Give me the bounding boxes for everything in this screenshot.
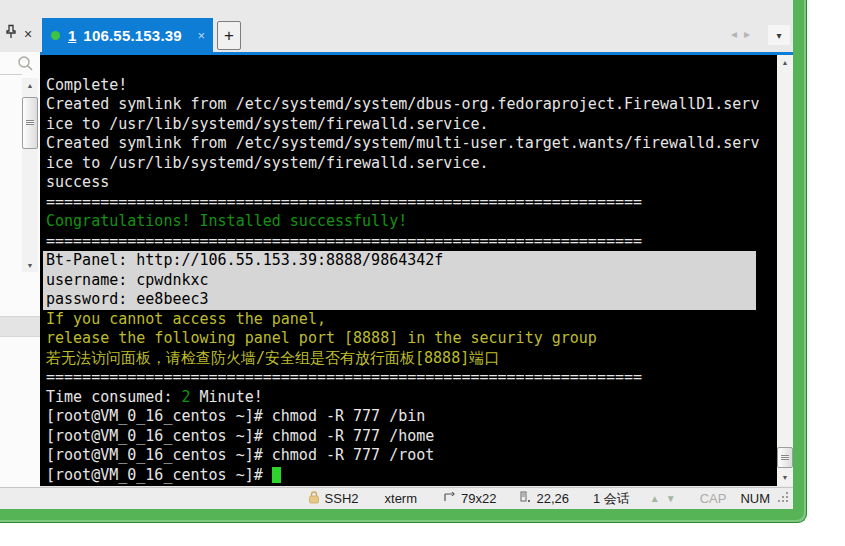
terminal-line: release the following panel port [8888] … [46,329,777,349]
tab-bar: × 1 106.55.153.39 × + ◂ ▸ ▾ [0,0,793,52]
terminal-line: [root@VM_0_16_centos ~]# chmod -R 777 /r… [46,446,777,466]
scroll-down-icon[interactable]: ▼ [22,258,38,272]
tab-title: 106.55.153.39 [83,27,182,44]
chevron-down-icon: ▾ [776,30,781,41]
panel-close-icon[interactable]: × [24,27,32,41]
terminal-line: ice to /usr/lib/systemd/system/firewalld… [46,115,777,135]
tab-close-icon[interactable]: × [197,28,205,43]
terminal-line [46,56,777,76]
terminal-line: ice to /usr/lib/systemd/system/firewalld… [46,154,777,174]
terminal-line: Created symlink from /etc/systemd/system… [46,134,777,154]
terminal-line: Created symlink from /etc/systemd/system… [46,95,777,115]
tab-scroll-left-icon[interactable]: ◂ [731,27,737,41]
resize-grip[interactable] [777,491,789,506]
scroll-up-icon[interactable]: ▲ [22,78,38,92]
terminal-size-label: 79x22 [461,491,496,506]
sidebar-panel: ▲ ▼ [0,52,40,487]
sidebar-collapsed-section [0,316,40,337]
status-bar: SSH2 xterm 79x22 22,26 [0,487,793,509]
tab-index: 1 [68,27,76,44]
pin-icon[interactable] [5,24,17,43]
terminal-line: ========================================… [46,368,777,388]
session-status-icon [51,31,60,40]
num-lock-indicator: NUM [740,491,770,506]
terminal-screen[interactable]: Complete!Created symlink from /etc/syste… [40,55,777,486]
cursor-position-label: 22,26 [536,491,569,506]
scroll-bottom-icon[interactable]: ▼ [666,493,676,504]
terminal-line: Time consumed: 2 Minute! [46,388,777,408]
resize-icon [443,491,456,506]
tab-scroll-right-icon[interactable]: ▸ [744,27,750,41]
terminal-cursor [272,467,281,483]
caps-lock-indicator: CAP [700,491,727,506]
search-icon[interactable] [17,55,34,76]
scroll-up-icon[interactable]: ▲ [777,55,793,69]
new-tab-button[interactable]: + [217,21,241,50]
terminal-lines: Complete!Created symlink from /etc/syste… [46,56,777,485]
session-tab[interactable]: 1 106.55.153.39 × [42,18,213,52]
terminal-line: Congratulations! Installed successfully! [46,212,777,232]
terminal-line: 若无法访问面板，请检查防火墙/安全组是否有放行面板[8888]端口 [46,349,777,369]
desktop: × 1 106.55.153.39 × + ◂ ▸ ▾ [0,0,845,546]
terminal-line: [root@VM_0_16_centos ~]# chmod -R 777 /h… [46,427,777,447]
session-count-label: 1 会话 [593,490,630,508]
terminal-line-selected: username: cpwdnkxc [43,271,756,291]
terminal-line: ========================================… [46,232,777,252]
sidebar-divider [0,74,22,75]
terminal-line: success [46,173,777,193]
terminal-line-selected: password: ee8beec3 [43,290,756,310]
terminal-line: If you cannot access the panel, [46,310,777,330]
sidebar-scrollbar[interactable]: ▲ ▼ [22,78,38,272]
lock-icon [308,491,320,507]
cursor-position-icon [520,491,531,506]
tab-list-dropdown-button[interactable]: ▾ [768,25,790,45]
terminal-scrollbar-thumb[interactable] [777,447,793,468]
terminal-line: [root@VM_0_16_centos ~]# [46,466,777,486]
sidebar-scrollbar-thumb[interactable] [22,97,38,149]
terminal-line: ========================================… [46,193,777,213]
scroll-down-icon[interactable]: ▼ [777,470,793,484]
terminal-type-label: xterm [385,491,418,506]
app-window: × 1 106.55.153.39 × + ◂ ▸ ▾ [0,0,807,523]
terminal-line: [root@VM_0_16_centos ~]# chmod -R 777 /b… [46,407,777,427]
app-content: × 1 106.55.153.39 × + ◂ ▸ ▾ [0,0,793,509]
terminal-scrollbar[interactable]: ▲ ▼ [777,55,793,486]
scroll-top-icon[interactable]: ▲ [650,493,660,504]
terminal-line: Complete! [46,76,777,96]
protocol-label: SSH2 [325,491,359,506]
terminal-line-selected: Bt-Panel: http://106.55.153.39:8888/9864… [43,251,756,271]
